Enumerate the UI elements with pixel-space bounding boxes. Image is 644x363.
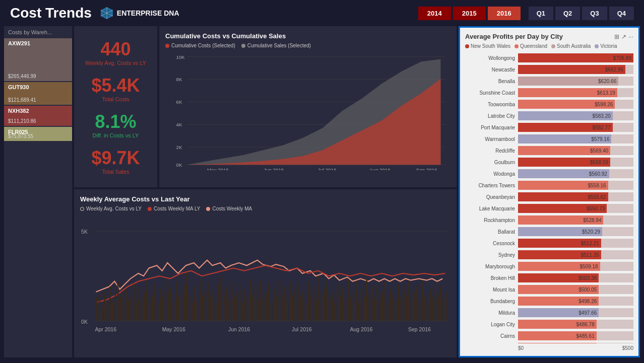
kpi-total-costs-number: $5.4K [91,75,140,96]
kpi-total-costs-label: Total Costs [91,96,140,102]
svg-rect-37 [109,286,111,321]
bar-row-toowoomba[interactable]: Toowoomba$598.26 [465,99,633,109]
bar-row-bundaberg[interactable]: Bundaberg$498.26 [465,296,633,306]
bar-city-label: Wodonga [465,171,518,177]
bar-row-wollongong[interactable]: Wollongong$706.89 [465,53,633,63]
more-icon[interactable]: ··· [628,33,633,40]
svg-rect-143 [390,289,391,321]
bar-city-label: Cessnock [465,241,518,246]
bar-city-label: Wollongong [465,55,518,61]
svg-rect-115 [315,300,317,321]
sidebar-item-AXW291[interactable]: AXW291$265,446.99 [4,38,72,81]
x-label-500: $500 [622,345,633,351]
year-tab-2016[interactable]: 2016 [488,7,521,20]
legend-dot-sa [551,44,555,48]
bar-row-goulburn[interactable]: Goulburn$568.59 [465,157,633,167]
svg-rect-148 [403,286,405,321]
year-tab-2014[interactable]: 2014 [418,7,451,20]
svg-rect-45 [131,295,132,321]
bar-city-label: Queanbeyan [465,194,518,200]
expand-icon[interactable]: ⊞ [614,33,619,40]
year-tabs: 2014 2015 2016 [418,7,521,20]
bar-value-label: $598.26 [595,102,613,107]
legend-label-sa: South Australia [557,43,591,49]
svg-rect-155 [421,281,423,321]
cumulative-panel: Cumulative Costs vs Cumulative Sales Cum… [159,26,457,187]
bar-row-warrnambool[interactable]: Warrnambool$579.16 [465,134,633,144]
bar-row-maryborough[interactable]: Maryborough$509.18 [465,261,633,271]
bar-row-mount-isa[interactable]: Mount Isa$500.05 [465,284,633,295]
bar-row-ipswich[interactable]: Ipswich$485.19 [465,342,633,343]
legend-dot-nsw [465,44,469,48]
legend-qld: Queensland [514,43,547,49]
sidebar-item-value: $265,446.99 [5,72,39,80]
sidebar-item-id: AXW291 [5,39,33,47]
bar-row-cairns[interactable]: Cairns$485.61 [465,331,633,341]
svg-rect-129 [353,292,354,321]
svg-rect-114 [313,286,314,321]
bar-row-sunshine-coast[interactable]: Sunshine Coast$613.19 [465,88,633,98]
main-content: Costs by Wareh... AXW291$265,446.99GUT93… [0,26,644,361]
bar-track: $662.95 [518,65,633,74]
bar-city-label: Cairns [465,333,518,339]
sidebar-item-value: $121,689.41 [5,96,39,104]
bar-value-label: $558.16 [588,183,606,188]
bar-row-broken-hill[interactable]: Broken Hill$503.38 [465,273,633,283]
sidebar-item-GUT930[interactable]: GUT930$121,689.41 [4,82,72,105]
sidebar-item-FLR025[interactable]: FLR025$75,873.55 [4,127,72,141]
bar-row-newcastle[interactable]: Newcastle$662.95 [465,64,633,75]
bar-row-ballarat[interactable]: Ballarat$520.29 [465,227,633,237]
bar-row-port-macquarie[interactable]: Port Macquarie$582.77 [465,122,633,132]
svg-rect-74 [207,281,209,321]
quarter-tab-q4[interactable]: Q4 [609,7,634,20]
bar-track: $511.35 [518,250,633,259]
svg-rect-111 [305,303,306,321]
bar-row-logan-city[interactable]: Logan City$486.78 [465,319,633,329]
sidebar-item-value: $111,210.86 [5,117,39,125]
bar-value-label: $569.40 [590,148,608,154]
legend-item-sales: Cumulative Sales (Selected) [241,43,311,48]
svg-rect-120 [329,297,331,321]
svg-rect-90 [249,279,251,321]
svg-rect-96 [266,292,267,321]
bar-city-label: Ballarat [465,229,518,235]
svg-rect-154 [419,300,420,321]
bar-row-sydney[interactable]: Sydney$511.35 [465,250,633,260]
sidebar-item-NXH382[interactable]: NXH382$111,210.86 [4,106,72,126]
svg-rect-42 [122,292,124,321]
bar-value-label: $528.94 [583,217,601,223]
bar-row-queanbeyan[interactable]: Queanbeyan$555.62 [465,192,633,202]
svg-rect-50 [144,292,145,321]
bar-fill: $511.35 [518,250,601,259]
bar-track: $558.16 [518,181,633,190]
quarter-tab-q3[interactable]: Q3 [582,7,607,20]
bar-track: $528.94 [518,215,633,225]
svg-text:May 2016: May 2016 [207,167,229,170]
bar-fill: $613.19 [518,88,617,97]
svg-rect-59 [167,292,169,321]
svg-rect-163 [442,300,444,321]
bar-row-cessnock[interactable]: Cessnock$512.21 [465,238,633,248]
quarter-tab-q2[interactable]: Q2 [555,7,580,20]
bar-row-lake-macquarie[interactable]: Lake Macquarie$550.73 [465,203,633,213]
year-tab-2015[interactable]: 2015 [453,7,486,20]
profits-icons: ⊞ ↗ ··· [614,33,633,40]
bar-city-label: Toowoomba [465,102,518,107]
bar-fill: $509.18 [518,262,600,271]
quarter-tab-q1[interactable]: Q1 [529,7,553,20]
bar-row-wodonga[interactable]: Wodonga$560.92 [465,169,633,179]
bar-row-latrobe-city[interactable]: Latrobe City$583.20 [465,111,633,121]
bar-track: $485.61 [518,331,633,340]
weekly-legend: Weekly Avg. Costs vs LY Costs Weekly MA … [80,206,450,211]
popout-icon[interactable]: ↗ [621,33,626,40]
bar-row-benalla[interactable]: Benalla$620.66 [465,76,633,86]
svg-rect-107 [294,289,296,321]
bar-row-rockhampton[interactable]: Rockhampton$528.94 [465,215,633,225]
svg-rect-99 [273,289,275,321]
bar-row-charters-towers[interactable]: Charters Towers$558.16 [465,180,633,190]
svg-rect-92 [255,286,256,321]
bar-track: $555.62 [518,192,633,201]
kpi-diff-costs: 8.1% Diff. in Costs vs LY [93,111,139,138]
bar-row-mildura[interactable]: Mildura$497.66 [465,308,633,318]
bar-row-redcliffe[interactable]: Redcliffe$569.40 [465,146,633,156]
